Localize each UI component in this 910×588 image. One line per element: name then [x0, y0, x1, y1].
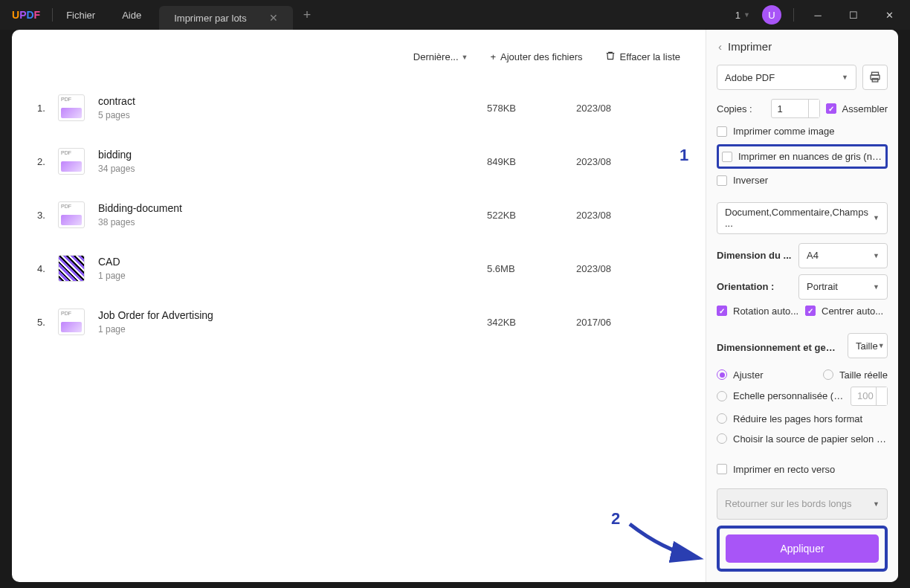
auto-center-checkbox[interactable] — [805, 306, 816, 316]
file-date: 2023/08 — [576, 263, 680, 274]
chevron-down-icon: ▼ — [873, 283, 880, 291]
duplex-label: Imprimer en recto verso — [733, 464, 835, 475]
printer-value: Adobe PDF — [725, 72, 775, 83]
sidebar-header: ‹ Imprimer — [717, 40, 888, 53]
copies-label: Copies : — [717, 103, 765, 114]
sizing-select[interactable]: Taille ▼ — [848, 333, 888, 358]
auto-rotate-checkbox[interactable] — [717, 306, 727, 316]
close-button[interactable]: ✕ — [877, 3, 901, 27]
custom-scale-label: Echelle personnalisée (%) : — [733, 390, 845, 401]
file-row[interactable]: 1. PDF contract 5 pages 578KB 2023/08 — [37, 81, 680, 135]
file-name: CAD — [98, 256, 487, 268]
flip-value: Retourner sur les bords longs — [725, 498, 852, 509]
annotation-1: 1 — [680, 146, 688, 165]
sizing-value: Taille — [856, 340, 878, 352]
highlight-1: Imprimer en nuances de gris (noir et ... — [717, 144, 888, 169]
file-thumbnail: PDF — [58, 94, 85, 121]
minimize-button[interactable]: ─ — [806, 3, 830, 27]
orientation-label: Orientation : — [717, 281, 793, 292]
auto-rotate-label: Rotation auto... — [733, 306, 799, 317]
file-row[interactable]: 5. PDF Job Order for Advertising 1 page … — [37, 295, 680, 349]
add-files-button[interactable]: + Ajouter des fichiers — [490, 51, 582, 62]
file-size: 5.6MB — [487, 263, 576, 274]
dimension-label: Dimension du ... — [717, 250, 793, 261]
file-size: 342KB — [487, 317, 576, 328]
dimension-select[interactable]: A4 ▼ — [798, 243, 888, 268]
invert-checkbox[interactable] — [717, 175, 727, 186]
shrink-label: Réduire les pages hors format — [733, 413, 862, 424]
file-row[interactable]: 3. PDF Bidding-document 38 pages 522KB 2… — [37, 188, 680, 242]
file-row[interactable]: 2. PDF bidding 34 pages 849KB 2023/08 — [37, 135, 680, 188]
sizing-label: Dimensionnement et gesti.. — [717, 342, 840, 353]
trash-icon — [605, 51, 616, 63]
row-number: 3. — [37, 210, 58, 221]
row-number: 2. — [37, 156, 58, 167]
flip-select: Retourner sur les bords longs ▼ — [717, 488, 888, 520]
file-thumbnail — [58, 255, 85, 282]
apply-button[interactable]: Appliquer — [726, 534, 879, 563]
collate-label: Assembler — [842, 103, 888, 114]
add-files-label: Ajouter des fichiers — [500, 51, 583, 62]
printer-icon — [868, 71, 882, 84]
file-toolbar: Dernière... ▼ + Ajouter des fichiers Eff… — [37, 51, 680, 63]
actual-size-label: Taille réelle — [839, 369, 888, 381]
add-tab-button[interactable]: + — [303, 7, 312, 23]
avatar[interactable]: U — [762, 5, 781, 25]
sidebar-title: Imprimer — [728, 40, 772, 53]
file-thumbnail: PDF — [58, 308, 85, 335]
file-info: bidding 34 pages — [98, 149, 487, 174]
paper-source-label: Choisir la source de papier selon le f..… — [733, 433, 888, 445]
copies-input[interactable]: 1 — [771, 99, 820, 118]
print-as-image-checkbox[interactable] — [717, 126, 727, 137]
file-size: 849KB — [487, 156, 576, 167]
user-count-value: 1 — [735, 10, 740, 21]
shrink-radio[interactable] — [717, 413, 727, 424]
titlebar: UPDF Fichier Aide Imprimer par lots ✕ + … — [0, 0, 910, 30]
divider — [793, 8, 794, 22]
chevron-down-icon: ▼ — [873, 252, 880, 259]
file-date: 2023/08 — [576, 103, 680, 114]
chevron-down-icon: ▼ — [842, 74, 848, 81]
paper-source-radio[interactable] — [717, 433, 727, 444]
menu-help[interactable]: Aide — [109, 10, 155, 21]
content-select[interactable]: Document,Commentaire,Champs ... ▼ — [717, 202, 888, 234]
close-icon[interactable]: ✕ — [269, 12, 278, 24]
print-as-image-label: Imprimer comme image — [733, 126, 835, 137]
printer-settings-button[interactable] — [862, 65, 888, 90]
chevron-down-icon: ▼ — [873, 214, 880, 222]
sort-dropdown[interactable]: Dernière... ▼ — [413, 51, 468, 62]
grayscale-label: Imprimer en nuances de gris (noir et ... — [738, 151, 882, 162]
invert-label: Inverser — [733, 175, 768, 186]
chevron-down-icon: ▼ — [462, 54, 468, 61]
annotation-2: 2 — [611, 509, 620, 529]
sort-label: Dernière... — [413, 51, 459, 62]
duplex-checkbox[interactable] — [717, 464, 727, 474]
file-info: CAD 1 page — [98, 256, 487, 281]
collate-checkbox[interactable] — [826, 103, 836, 114]
file-row[interactable]: 4. CAD 1 page 5.6MB 2023/08 — [37, 242, 680, 295]
clear-list-button[interactable]: Effacer la liste — [605, 51, 680, 63]
file-pages: 1 page — [98, 324, 487, 335]
maximize-button[interactable]: ☐ — [842, 3, 865, 27]
fit-radio[interactable] — [717, 369, 727, 380]
user-dropdown[interactable]: 1 ▼ — [735, 10, 750, 21]
back-icon[interactable]: ‹ — [718, 40, 722, 53]
row-number: 4. — [37, 263, 58, 274]
row-number: 1. — [37, 103, 58, 114]
printer-select[interactable]: Adobe PDF ▼ — [717, 65, 856, 90]
menu-file[interactable]: Fichier — [53, 10, 109, 21]
custom-scale-radio[interactable] — [717, 391, 727, 401]
file-thumbnail: PDF — [58, 201, 85, 228]
content-area: Dernière... ▼ + Ajouter des fichiers Eff… — [12, 30, 898, 582]
clear-list-label: Effacer la liste — [620, 51, 680, 62]
custom-scale-input[interactable]: 100 — [851, 387, 888, 406]
print-sidebar: ‹ Imprimer Adobe PDF ▼ Copies : 1 Assemb… — [706, 30, 898, 582]
file-info: Job Order for Advertising 1 page — [98, 309, 487, 335]
tab-title: Imprimer par lots — [174, 13, 247, 24]
orientation-select[interactable]: Portrait ▼ — [798, 274, 888, 300]
orientation-value: Portrait — [807, 281, 838, 292]
tab-batch-print[interactable]: Imprimer par lots ✕ — [159, 6, 293, 30]
file-info: Bidding-document 38 pages — [98, 202, 487, 227]
actual-size-radio[interactable] — [823, 369, 833, 380]
grayscale-checkbox[interactable] — [722, 152, 732, 162]
